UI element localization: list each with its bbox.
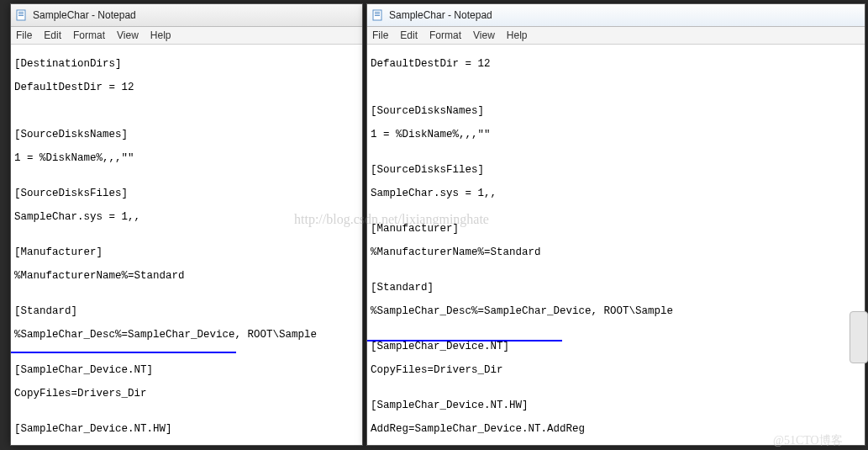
menubar-left: File Edit Format View Help (11, 27, 362, 45)
svg-rect-7 (375, 15, 380, 16)
code-line: SampleChar.sys = 1,, (371, 188, 861, 199)
window-title: SampleChar - Notepad (389, 9, 492, 21)
code-line: 1 = %DiskName%,,,"" (14, 152, 359, 164)
svg-rect-5 (375, 12, 380, 13)
notepad-window-right: SampleChar - Notepad File Edit Format Vi… (366, 3, 865, 446)
code-line: CopyFiles=Drivers_Dir (371, 364, 861, 376)
code-line: AddReg=SampleChar_Device.NT.AddReg (371, 423, 861, 435)
menu-format[interactable]: Format (429, 29, 461, 41)
code-line: %ManufacturerName%=Standard (14, 270, 359, 282)
svg-rect-1 (18, 12, 24, 13)
menu-view[interactable]: View (117, 29, 139, 41)
code-line: [Manufacturer] (14, 246, 359, 258)
svg-rect-2 (18, 13, 24, 14)
menu-format[interactable]: Format (73, 29, 105, 41)
code-line: [SampleChar_Device.NT.HW] (14, 423, 359, 435)
menu-file[interactable]: File (372, 29, 388, 41)
code-line: SampleChar.sys = 1,, (14, 211, 359, 223)
text-area-right[interactable]: DefaultDestDir = 12 [SourceDisksNames] 1… (367, 45, 865, 445)
menu-help[interactable]: Help (150, 29, 171, 41)
code-line: [SourceDisksNames] (371, 105, 861, 117)
menu-file[interactable]: File (16, 29, 32, 41)
code-line: [DestinationDirs] (14, 58, 359, 70)
annotation-underline (367, 340, 562, 341)
code-line: [SampleChar_Device.NT.HW] (371, 400, 861, 411)
menubar-right: File Edit Format View Help (367, 27, 865, 45)
code-line: [Standard] (14, 305, 359, 317)
window-title: SampleChar - Notepad (33, 9, 136, 21)
code-line: [SampleChar_Device.NT] (14, 364, 359, 376)
menu-view[interactable]: View (473, 29, 495, 41)
code-line: [SourceDisksFiles] (14, 188, 359, 199)
code-line: %SampleChar_Desc%=SampleChar_Device, ROO… (14, 329, 359, 341)
code-line: CopyFiles=Drivers_Dir (14, 388, 359, 400)
code-line: [SourceDisksNames] (14, 129, 359, 140)
menu-edit[interactable]: Edit (400, 29, 418, 41)
titlebar-left[interactable]: SampleChar - Notepad (11, 4, 362, 27)
code-line: [Manufacturer] (371, 223, 861, 235)
decorative-clip-icon (850, 311, 868, 363)
code-line: [SourceDisksFiles] (371, 164, 861, 176)
code-line: [SampleChar_Device.NT] (371, 341, 861, 352)
svg-rect-3 (18, 15, 24, 16)
svg-rect-6 (375, 13, 380, 14)
text-area-left[interactable]: [DestinationDirs] DefaultDestDir = 12 [S… (11, 45, 362, 445)
notepad-window-left: SampleChar - Notepad File Edit Format Vi… (10, 3, 363, 446)
code-line: DefaultDestDir = 12 (14, 82, 359, 93)
notepad-icon (16, 9, 28, 21)
menu-edit[interactable]: Edit (44, 29, 61, 41)
code-line: %ManufacturerName%=Standard (371, 246, 861, 258)
notepad-icon (372, 9, 384, 21)
menu-help[interactable]: Help (507, 29, 528, 41)
code-line: DefaultDestDir = 12 (371, 58, 861, 70)
code-line: 1 = %DiskName%,,,"" (371, 129, 861, 140)
code-line: %SampleChar_Desc%=SampleChar_Device, ROO… (371, 305, 861, 317)
titlebar-right[interactable]: SampleChar - Notepad (367, 4, 865, 27)
code-line: [Standard] (371, 282, 861, 294)
annotation-underline (11, 352, 236, 353)
